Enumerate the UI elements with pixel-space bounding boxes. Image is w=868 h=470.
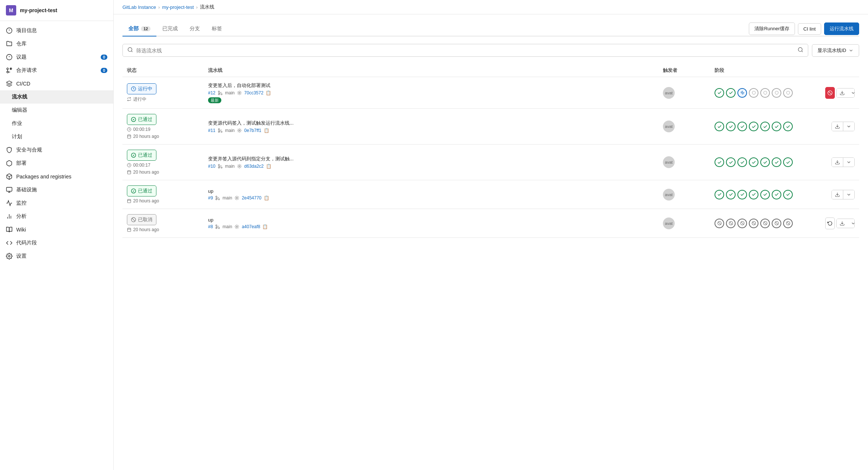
breadcrumb-project[interactable]: my-project-test (162, 4, 194, 10)
commit-2[interactable]: 0e7b7ff1 (244, 128, 262, 133)
stage-p[interactable] (772, 122, 781, 131)
search-submit-icon[interactable] (798, 47, 803, 54)
stage-p[interactable] (726, 122, 736, 131)
col-status: 状态 (127, 67, 208, 74)
tab-tags[interactable]: 标签 (206, 22, 228, 36)
tab-finished[interactable]: 已完成 (156, 22, 184, 36)
sidebar-item-label: 基础设施 (16, 187, 37, 193)
pipeline-meta-5: #8 main a407eaf8 📋 (208, 224, 663, 229)
pipeline-id-4[interactable]: #9 (208, 195, 213, 201)
sidebar-item-repository[interactable]: 仓库 (0, 37, 113, 51)
copy-icon-1[interactable]: 📋 (266, 90, 271, 95)
sidebar-item-packages[interactable]: Packages and registries (0, 170, 113, 183)
stage-p[interactable] (760, 190, 770, 199)
dropdown-arrow-3[interactable] (843, 158, 854, 167)
stage-p[interactable] (749, 122, 758, 131)
pipeline-row-3: 已通过 00:00:17 20 hours ago 变更并签入源代码到指定分支，… (122, 145, 859, 180)
clear-runner-button[interactable]: 清除Runner缓存 (749, 22, 795, 35)
stage-c[interactable] (760, 219, 770, 228)
retry-button-5[interactable] (825, 217, 835, 229)
stage-p[interactable] (772, 190, 781, 199)
stage-p[interactable] (749, 157, 758, 167)
display-id-dropdown[interactable]: 显示流水线ID (812, 44, 859, 57)
search-input[interactable] (136, 48, 795, 53)
pipeline-info-3: 变更并签入源代码到指定分支，测试触... #10 main d63da2c2 📋 (208, 156, 663, 169)
commit-4[interactable]: 2e454770 (242, 195, 261, 201)
wiki-icon (6, 226, 13, 233)
download-btn-1[interactable] (837, 88, 848, 97)
stage-p[interactable] (715, 122, 724, 131)
sidebar-item-pipelines[interactable]: 流水线 (0, 90, 113, 104)
download-btn-2[interactable] (832, 122, 843, 131)
pipeline-row-1: 运行中 进行中 变更签入后，自动化部署测试 #12 main 70cc3572 … (122, 77, 859, 109)
ci-lint-button[interactable]: CI lint (798, 23, 821, 35)
tab-branches[interactable]: 分支 (184, 22, 206, 36)
dropdown-arrow-2[interactable] (843, 122, 854, 131)
tab-all[interactable]: 全部 12 (122, 22, 156, 36)
stage-p[interactable] (715, 157, 724, 167)
commit-5[interactable]: a407eaf8 (242, 224, 260, 229)
dropdown-arrow-1[interactable] (848, 88, 855, 97)
sidebar-item-editor[interactable]: 编辑器 (0, 104, 113, 117)
download-btn-3[interactable] (832, 158, 843, 167)
stage-pending[interactable] (760, 88, 770, 98)
dropdown-arrow-5[interactable] (848, 219, 855, 228)
stage-p[interactable] (783, 157, 793, 167)
sidebar-item-settings[interactable]: 设置 (0, 250, 113, 263)
stage-p[interactable] (726, 190, 736, 199)
pipeline-id-5[interactable]: #8 (208, 224, 213, 229)
stage-c[interactable] (772, 219, 781, 228)
stage-c[interactable] (726, 219, 736, 228)
sidebar-item-deploy[interactable]: 部署 (0, 157, 113, 170)
stage-p[interactable] (737, 157, 747, 167)
cancel-button-1[interactable] (825, 87, 835, 99)
stage-p[interactable] (783, 122, 793, 131)
stage-c[interactable] (783, 219, 793, 228)
pipeline-id-3[interactable]: #10 (208, 164, 215, 169)
svg-point-53 (221, 167, 222, 168)
stage-pending[interactable] (772, 88, 781, 98)
stage-c[interactable] (749, 219, 758, 228)
breadcrumb-instance[interactable]: GitLab Instance (122, 4, 156, 10)
svg-line-91 (775, 222, 778, 225)
download-btn-5[interactable] (837, 219, 848, 228)
sidebar-item-snippets[interactable]: 代码片段 (0, 236, 113, 250)
stage-p[interactable] (783, 190, 793, 199)
pipeline-id-1[interactable]: #12 (208, 90, 215, 95)
commit-3[interactable]: d63da2c2 (244, 164, 264, 169)
download-btn-4[interactable] (832, 190, 843, 199)
stage-running[interactable] (737, 88, 747, 98)
sidebar-item-security[interactable]: 安全与合规 (0, 143, 113, 157)
stage-p[interactable] (726, 157, 736, 167)
sidebar-item-plan[interactable]: 计划 (0, 130, 113, 143)
sidebar-item-project-info[interactable]: 项目信息 (0, 24, 113, 37)
stage-p[interactable] (737, 122, 747, 131)
infra-icon (6, 187, 13, 193)
svg-rect-60 (128, 199, 131, 203)
sidebar-item-infra[interactable]: 基础设施 (0, 183, 113, 196)
stage-c[interactable] (737, 219, 747, 228)
pipeline-id-2[interactable]: #11 (208, 128, 215, 133)
commit-1[interactable]: 70cc3572 (244, 90, 263, 95)
svg-point-64 (218, 199, 220, 200)
stage-p[interactable] (715, 190, 724, 199)
stage-pending[interactable] (749, 88, 758, 98)
sidebar-item-analytics[interactable]: 分析 (0, 210, 113, 223)
sidebar-item-cicd[interactable]: CI/CD (0, 77, 113, 90)
sidebar-item-wiki[interactable]: Wiki (0, 223, 113, 236)
sidebar-item-monitor[interactable]: 监控 (0, 196, 113, 210)
stage-p[interactable] (772, 157, 781, 167)
sidebar-item-jobs[interactable]: 作业 (0, 117, 113, 130)
stage-passed[interactable] (715, 88, 724, 98)
stage-c[interactable] (715, 219, 724, 228)
run-pipeline-button[interactable]: 运行流水线 (824, 22, 859, 35)
sidebar-item-merge-requests[interactable]: 合并请求 0 (0, 64, 113, 77)
stage-pending[interactable] (783, 88, 793, 98)
dropdown-arrow-4[interactable] (843, 190, 854, 199)
sidebar-item-issues[interactable]: 议题 0 (0, 51, 113, 64)
stage-p[interactable] (749, 190, 758, 199)
stage-p[interactable] (760, 157, 770, 167)
stage-p[interactable] (760, 122, 770, 131)
stage-p[interactable] (737, 190, 747, 199)
stage-passed[interactable] (726, 88, 736, 98)
